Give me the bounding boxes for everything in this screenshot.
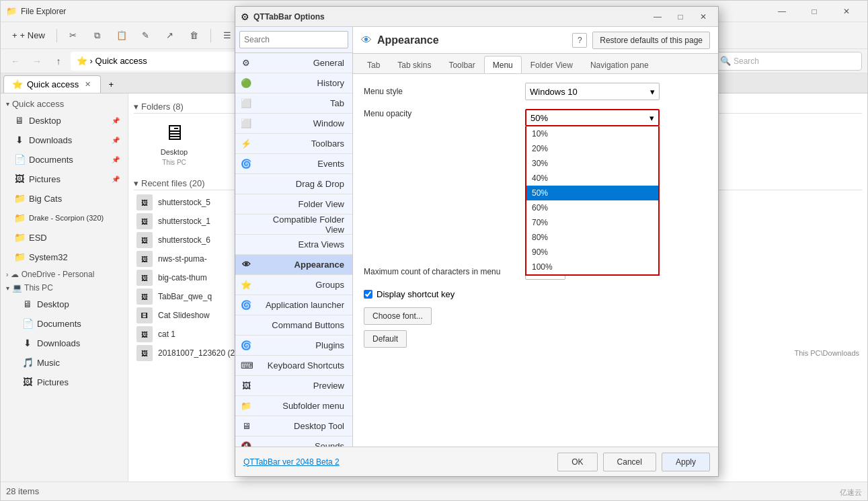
tab-folder-view[interactable]: Folder View (522, 56, 582, 73)
watermark: 亿速云 (840, 488, 862, 498)
sidebar-item-documents[interactable]: 📄 Documents 📌 (3, 150, 125, 169)
cut-btn[interactable]: ✂ (63, 25, 84, 46)
option-40[interactable]: 40% (526, 171, 658, 186)
sidebar-item-thispc-desktop[interactable]: 🖥 Desktop (3, 295, 125, 313)
dialog-title-bar: ⚙ QTTabBar Options — □ ✕ (235, 7, 718, 27)
pictures-icon: 🖼 (14, 174, 25, 184)
nav-item-extra-views[interactable]: Extra Views (235, 235, 352, 255)
sidebar-item-thispc-documents[interactable]: 📄 Documents (3, 314, 125, 333)
nav-item-history[interactable]: 🟢 History (235, 73, 352, 93)
delete-btn[interactable]: 🗑 (184, 25, 205, 46)
display-shortcut-checkbox[interactable] (364, 290, 372, 299)
sidebar-section-this-pc[interactable]: ▾ 💻 This PC (1, 280, 128, 294)
tab-tab[interactable]: Tab (358, 56, 389, 73)
nav-item-compatible-folder-view[interactable]: Compatible Folder View (235, 215, 352, 235)
nav-item-plugins[interactable]: 🌀 Plugins (235, 336, 352, 356)
tab-quick-access[interactable]: ⭐ Quick access ✕ (3, 75, 101, 93)
sidebar-item-downloads[interactable]: ⬇ Downloads 📌 (3, 130, 125, 149)
history-icon: 🟢 (241, 78, 251, 88)
ok-btn[interactable]: OK (557, 453, 597, 471)
option-30[interactable]: 30% (526, 156, 658, 171)
dialog-maximize-btn[interactable]: □ (671, 9, 690, 24)
menu-style-control: Windows 10 ▾ (525, 83, 707, 100)
tab-close-btn[interactable]: ✕ (83, 80, 92, 89)
nav-label: Extra Views (255, 239, 344, 249)
option-100[interactable]: 100% (526, 260, 658, 274)
appearance-title: Appearance (377, 34, 567, 46)
nav-label: Plugins (255, 340, 344, 350)
new-button[interactable]: + + New (6, 25, 51, 46)
tab-menu[interactable]: Menu (484, 56, 522, 73)
nav-item-window[interactable]: ⬜ Window (235, 114, 352, 134)
menu-style-select[interactable]: Windows 10 ▾ (525, 83, 660, 100)
sidebar-section-onedrive[interactable]: › ☁ OneDrive - Personal (1, 267, 128, 280)
nav-item-desktop-tool[interactable]: 🖥 Desktop Tool (235, 416, 352, 436)
tab-toolbar[interactable]: Toolbar (440, 56, 483, 73)
nav-item-subfolder-menu[interactable]: 📁 Subfolder menu (235, 396, 352, 416)
copy-btn[interactable]: ⧉ (87, 25, 108, 46)
sidebar-item-esd[interactable]: 📁 ESD (3, 228, 125, 247)
restore-defaults-btn[interactable]: Restore defaults of this page (592, 32, 710, 49)
nav-item-preview[interactable]: 🖼 Preview (235, 376, 352, 396)
nav-item-command-buttons[interactable]: Command Buttons (235, 315, 352, 336)
choose-font-btn[interactable]: Choose font... (364, 307, 432, 325)
forward-btn[interactable]: → (28, 52, 46, 71)
option-20[interactable]: 20% (526, 141, 658, 156)
sidebar-item-big-cats[interactable]: 📁 Big Cats (3, 189, 125, 208)
fe-maximize-btn[interactable]: □ (799, 1, 830, 22)
tab-navigation-pane[interactable]: Navigation pane (582, 56, 658, 73)
tab-add-btn[interactable]: + (102, 75, 120, 93)
qtabbar-version-link[interactable]: QTTabBar ver 2048 Beta 2 (243, 457, 552, 467)
nav-item-sounds[interactable]: 🔇 Sounds (235, 436, 352, 447)
folder-desktop[interactable]: 🖥 Desktop This PC (134, 116, 214, 170)
search-placeholder: Search (734, 56, 759, 66)
rename-btn[interactable]: ✎ (135, 25, 157, 46)
apply-btn[interactable]: Apply (662, 453, 710, 471)
default-btn[interactable]: Default (364, 330, 407, 348)
sidebar-item-thispc-music[interactable]: 🎵 Music (3, 353, 125, 372)
fe-minimize-btn[interactable]: — (766, 1, 797, 22)
option-70[interactable]: 70% (526, 215, 658, 230)
tab-tab-skins[interactable]: Tab skins (389, 56, 440, 73)
search-input[interactable] (239, 31, 348, 48)
back-btn[interactable]: ← (6, 52, 25, 71)
sidebar-item-desktop[interactable]: 🖥 Desktop 📌 (3, 111, 125, 130)
nav-item-events[interactable]: 🌀 Events (235, 154, 352, 174)
option-50[interactable]: 50% (526, 186, 658, 200)
fe-close-btn[interactable]: ✕ (831, 1, 862, 22)
nav-item-groups[interactable]: ⭐ Groups (235, 275, 352, 295)
nav-item-drag-drop[interactable]: Drag & Drop (235, 174, 352, 194)
nav-item-toolbars[interactable]: ⚡ Toolbars (235, 134, 352, 154)
dialog-minimize-btn[interactable]: — (648, 9, 667, 24)
nav-label: Sounds (255, 441, 344, 447)
share-btn[interactable]: ↗ (159, 25, 181, 46)
nav-item-folder-view[interactable]: Folder View (235, 194, 352, 215)
display-shortcut-label: Display shortcut key (377, 289, 455, 299)
option-90[interactable]: 90% (526, 245, 658, 260)
up-btn[interactable]: ↑ (49, 52, 68, 71)
right-tabs: Tab Tab skins Toolbar Menu Folder View N… (353, 54, 718, 74)
paste-btn[interactable]: 📋 (111, 25, 132, 46)
menu-opacity-row: Menu opacity 50% ▾ 10% 20% 30% (364, 109, 707, 128)
option-60[interactable]: 60% (526, 200, 658, 215)
file-thumbnail: 🖼 (136, 345, 153, 361)
sidebar-item-thispc-downloads[interactable]: ⬇ Downloads (3, 334, 125, 352)
nav-item-general[interactable]: ⚙ General (235, 53, 352, 73)
cancel-btn[interactable]: Cancel (603, 453, 656, 471)
sidebar-item-drake[interactable]: 📁 Drake - Scorpion (320) (3, 208, 125, 227)
nav-item-tab[interactable]: ⬜ Tab (235, 93, 352, 114)
help-btn[interactable]: ? (572, 33, 587, 48)
menu-opacity-label: Menu opacity (364, 109, 525, 118)
sidebar-item-system32[interactable]: 📁 System32 (3, 247, 125, 266)
menu-opacity-selected[interactable]: 50% ▾ (525, 109, 660, 126)
dialog-footer: QTTabBar ver 2048 Beta 2 OK Cancel Apply (235, 447, 718, 476)
sidebar-item-thispc-pictures[interactable]: 🖼 Pictures (3, 373, 125, 391)
sidebar-item-pictures[interactable]: 🖼 Pictures 📌 (3, 169, 125, 188)
sidebar-section-quick-access[interactable]: ▾ Quick access (1, 96, 128, 110)
nav-item-appearance[interactable]: 👁 Appearance (235, 255, 352, 275)
nav-item-app-launcher[interactable]: 🌀 Application launcher (235, 295, 352, 315)
nav-item-keyboard-shortcuts[interactable]: ⌨ Keyboard Shortcuts (235, 356, 352, 376)
dialog-close-btn[interactable]: ✕ (694, 9, 713, 24)
option-80[interactable]: 80% (526, 230, 658, 245)
option-10[interactable]: 10% (526, 126, 658, 141)
